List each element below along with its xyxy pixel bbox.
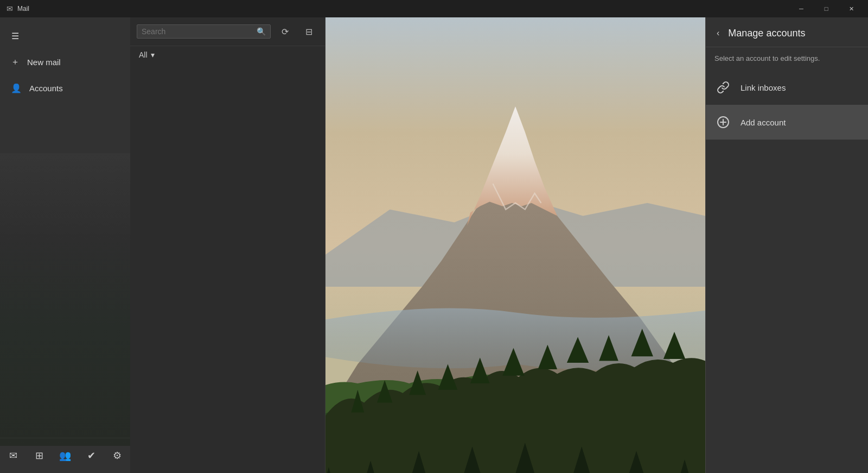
sidebar-background [0,153,130,446]
filter-toggle-button[interactable]: ⊟ [299,22,318,41]
email-list-panel: 🔍 ⟳ ⊟ All ▾ [130,17,326,473]
manage-panel-title: Manage accounts [728,28,805,39]
sidebar-top: ☰ ＋ New mail 👤 Accounts [0,17,130,106]
new-mail-label: New mail [27,58,61,67]
people-nav-icon: 👥 [59,450,71,462]
add-account-label: Add account [741,118,786,127]
title-bar-left: ✉ Mail [7,4,29,13]
accounts-label: Accounts [29,84,63,93]
mail-nav-button[interactable]: ✉ [0,443,26,469]
hamburger-icon: ☰ [11,31,19,41]
new-mail-button[interactable]: ＋ New mail [0,49,130,75]
close-button[interactable]: ✕ [839,0,864,17]
maximize-button[interactable]: □ [814,0,839,17]
add-account-item[interactable]: Add account [706,105,868,140]
link-inboxes-item[interactable]: Link inboxes [706,70,868,105]
title-bar: ✉ Mail ─ □ ✕ [0,0,868,17]
mail-nav-icon: ✉ [9,450,17,462]
search-input[interactable] [142,27,253,36]
email-list-body [130,64,325,473]
chevron-down-icon: ▾ [151,51,155,59]
link-inboxes-label: Link inboxes [741,83,786,92]
plus-icon: ＋ [11,56,20,68]
tasks-nav-button[interactable]: ✔ [78,443,104,469]
search-icon: 🔍 [257,27,266,36]
refresh-button[interactable]: ⟳ [275,22,295,41]
tasks-nav-icon: ✔ [87,450,95,462]
title-bar-controls: ─ □ ✕ [789,0,864,17]
link-inboxes-icon [714,79,732,96]
calendar-nav-button[interactable]: ⊞ [26,443,52,469]
people-nav-button[interactable]: 👥 [52,443,78,469]
email-filter-bar[interactable]: All ▾ [130,46,325,64]
minimize-button[interactable]: ─ [789,0,814,17]
manage-panel-subtitle: Select an account to edit settings. [706,47,868,70]
refresh-icon: ⟳ [282,27,289,37]
back-button[interactable]: ‹ [714,26,722,40]
filter-label: All [139,51,148,59]
settings-nav-icon: ⚙ [113,450,122,462]
manage-accounts-panel: ‹ Manage accounts Select an account to e… [705,17,868,473]
hamburger-button[interactable]: ☰ [4,25,26,47]
content-area [326,17,705,473]
mountain-scene [326,17,705,473]
email-list-header: 🔍 ⟳ ⊟ [130,17,325,46]
app-title: Mail [17,5,29,12]
person-icon: 👤 [11,83,22,93]
settings-nav-button[interactable]: ⚙ [104,443,130,469]
mail-app-icon: ✉ [7,4,13,13]
add-account-icon [714,113,732,131]
app-body: ☰ ＋ New mail 👤 Accounts ✉ ⊞ 👥 ✔ [0,17,868,473]
sidebar: ☰ ＋ New mail 👤 Accounts ✉ ⊞ 👥 ✔ [0,17,130,473]
manage-panel-header: ‹ Manage accounts [706,17,868,47]
calendar-nav-icon: ⊞ [35,450,43,462]
mountain-background [326,17,705,473]
search-box: 🔍 [137,24,271,39]
accounts-button[interactable]: 👤 Accounts [0,75,130,101]
filter-icon: ⊟ [305,27,312,37]
